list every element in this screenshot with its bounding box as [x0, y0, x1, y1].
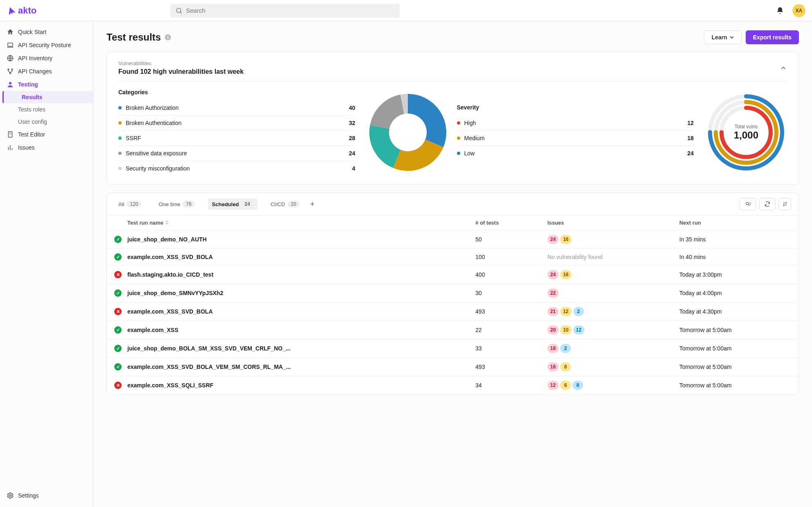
sidebar-item-issues[interactable]: Issues [0, 141, 93, 154]
col-name[interactable]: Test run name [107, 216, 468, 230]
table-row[interactable]: ✓juice_shop_demo_BOLA_SM_XSS_SVD_VEM_CRL… [107, 339, 798, 358]
col-next[interactable]: Next run [672, 216, 798, 230]
svg-point-26 [746, 202, 749, 205]
sidebar-item-testing[interactable]: Testing [0, 78, 93, 91]
sidebar-item-changes[interactable]: API Changes [0, 65, 93, 78]
issue-chip: 16 [547, 362, 559, 371]
table-row[interactable]: ✓example.com_XSS_SVD_BOLA_VEM_SM_CORS_RL… [107, 358, 798, 376]
sidebar-label: Settings [18, 492, 39, 499]
chart-icon [7, 144, 14, 151]
issues-cell: 168 [540, 358, 672, 376]
run-name: flash.staging.akto.io_CICD_test [127, 271, 213, 278]
issue-chip: 16 [560, 235, 571, 244]
sidebar-label: Tests roles [18, 106, 45, 113]
issue-chip: 22 [547, 289, 559, 298]
sidebar-label: Quick Start [18, 29, 46, 35]
issues-cell: 1268 [540, 376, 672, 395]
sidebar-item-userconfig[interactable]: User config [0, 116, 93, 128]
table-row[interactable]: ✓juice_shop_demo_NO_AUTH502416In 35 mins [107, 230, 798, 249]
tab-cicd[interactable]: CI/CD20 [267, 198, 304, 210]
sidebar-item-posture[interactable]: API Security Posture [0, 39, 93, 52]
col-tests[interactable]: # of tests [468, 216, 540, 230]
issue-chip: 6 [560, 381, 571, 390]
tests-count: 400 [468, 266, 540, 284]
vuln-headline: Found 102 high vulnerabilities last week [118, 68, 244, 75]
svg-point-5 [8, 69, 9, 70]
search-bar[interactable] [170, 4, 400, 18]
issue-chip: 24 [547, 235, 559, 244]
avatar[interactable]: XA [792, 4, 805, 17]
issue-chip: 8 [572, 381, 583, 390]
brand-text: akto [18, 5, 36, 16]
sidebar-item-testroles[interactable]: Tests roles [0, 103, 93, 116]
sidebar-label: API Security Posture [18, 42, 71, 48]
run-name: juice_shop_demo_NO_AUTH [127, 236, 207, 243]
table-row[interactable]: ✓juice_shop_demo_SMNvYYpJSXh23022Today a… [107, 284, 798, 302]
issue-chip: 12 [560, 307, 571, 316]
learn-button[interactable]: Learn [704, 30, 742, 44]
bell-icon[interactable] [776, 7, 784, 15]
tests-count: 50 [468, 230, 540, 249]
tab-scheduled[interactable]: Scheduled24 [208, 198, 258, 210]
dot-icon [457, 152, 460, 155]
table-row[interactable]: ✕example.com_XSS_SVD_BOLA49321122Today a… [107, 302, 798, 321]
tests-count: 34 [468, 376, 540, 395]
branch-icon [7, 68, 14, 75]
issue-chip: 10 [560, 325, 571, 334]
category-row: Broken Authorization40 [118, 100, 355, 116]
export-button[interactable]: Export results [746, 30, 799, 44]
user-icon [7, 81, 14, 88]
table-row[interactable]: ✕flash.staging.akto.io_CICD_test4002416T… [107, 266, 798, 284]
issue-chip: 2 [560, 344, 571, 353]
next-run: Tomorrow at 5:00am [672, 321, 798, 339]
run-name: juice_shop_demo_SMNvYYpJSXh2 [127, 290, 223, 296]
next-run: Today at 4:30pm [672, 302, 798, 321]
tab-all[interactable]: All120 [114, 198, 145, 210]
table-row[interactable]: ✕example.com_XSS_SQLI_SSRF341268Tomorrow… [107, 376, 798, 395]
sidebar-item-quickstart[interactable]: Quick Start [0, 25, 93, 39]
tab-onetime[interactable]: One time76 [154, 198, 199, 210]
check-icon: ✓ [114, 253, 122, 261]
filter-button[interactable] [740, 198, 756, 210]
add-tab-button[interactable]: + [307, 198, 318, 210]
sidebar-label: API Inventory [18, 55, 52, 61]
issues-cell: 22 [540, 284, 672, 302]
severity-title: Severity [457, 104, 694, 111]
sidebar-item-testeditor[interactable]: Test Editor [0, 128, 93, 141]
x-icon: ✕ [114, 308, 122, 315]
issues-cell: No vulnerability found [540, 249, 672, 266]
issues-cell: 2416 [540, 230, 672, 249]
search-input[interactable] [186, 7, 395, 14]
chevron-down-icon [730, 35, 734, 39]
issue-chip: 21 [547, 307, 559, 316]
category-row: Security misconfiguration4 [118, 161, 355, 176]
info-icon[interactable]: i [164, 34, 172, 41]
sidebar-item-settings[interactable]: Settings [0, 489, 93, 502]
brand-logo[interactable]: akto [7, 5, 93, 16]
sidebar-item-inventory[interactable]: API Inventory [0, 52, 93, 65]
sidebar-label: Test Editor [18, 131, 45, 138]
sort-button[interactable] [779, 198, 791, 210]
run-name: juice_shop_demo_BOLA_SM_XSS_SVD_VEM_CRLF… [127, 345, 290, 352]
next-run: In 35 mins [672, 230, 798, 249]
issue-chip: 2 [573, 307, 584, 316]
refresh-button[interactable] [759, 198, 776, 210]
issue-chip: 20 [547, 325, 559, 334]
category-row: Sensitive data exposure24 [118, 146, 355, 161]
issue-chip: 8 [560, 362, 571, 371]
table-row[interactable]: ✓example.com_XSS_SVD_BOLA100No vulnerabi… [107, 249, 798, 266]
run-name: example.com_XSS_SVD_BOLA [127, 254, 213, 260]
check-icon: ✓ [114, 289, 122, 297]
sidebar-item-results[interactable]: Results [2, 91, 93, 103]
dot-icon [118, 167, 122, 170]
category-row: Broken Authentication32 [118, 116, 355, 131]
chevron-up-icon[interactable] [780, 64, 787, 72]
severity-row: High12 [457, 116, 694, 131]
table-row[interactable]: ✓example.com_XSS22201012Tomorrow at 5:00… [107, 321, 798, 339]
run-name: example.com_XSS [127, 327, 179, 333]
search-icon [175, 7, 183, 14]
col-issues[interactable]: Issues [540, 216, 672, 230]
severity-row: Low24 [457, 146, 694, 161]
tests-count: 22 [468, 321, 540, 339]
vulnerabilities-card: Vulnerabilities Found 102 high vulnerabi… [106, 52, 799, 184]
